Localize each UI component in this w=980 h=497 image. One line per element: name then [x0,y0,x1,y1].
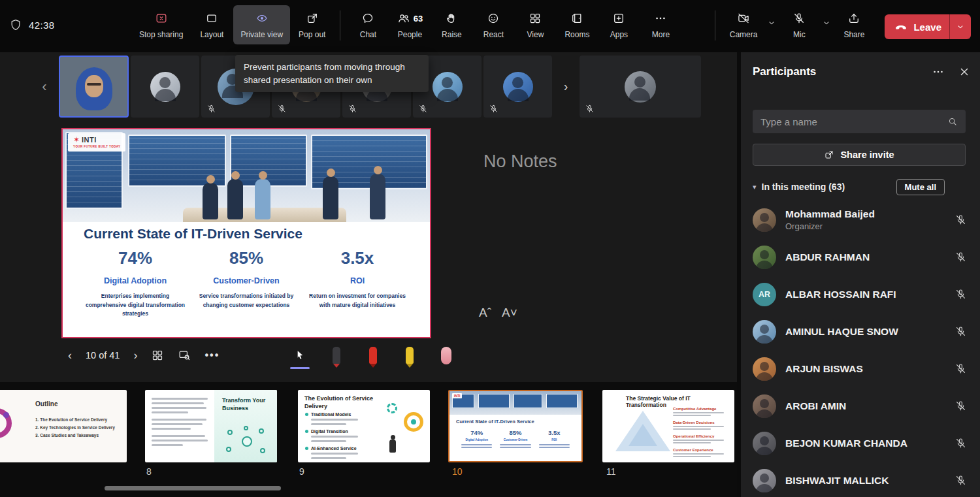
eraser-tool[interactable] [438,344,455,366]
leave-options-chevron[interactable] [950,14,971,39]
mic-off-icon[interactable] [955,362,967,375]
participant-name: BEJON KUMAR CHANDA [785,438,907,449]
camera-button[interactable]: Camera [723,5,765,44]
decor-network-diagram [226,427,268,456]
participant-row[interactable]: AR ALBAR HOSSAIN RAFI [741,276,980,313]
participant-row[interactable]: ABDUR RAHMAN [741,238,980,276]
red-pen-icon [369,347,377,364]
mic-off-icon[interactable] [955,214,967,226]
react-button[interactable]: React [473,5,514,44]
panel-close-button[interactable] [958,65,971,78]
share-invite-button[interactable]: Share invite [753,144,966,166]
slide-stats: 74% Digital Adoption Enterprises impleme… [63,248,430,319]
avatar [753,394,776,418]
participant-row[interactable]: AMINUL HAQUE SNOW [741,313,980,350]
magnify-slide-icon[interactable] [178,349,191,362]
camera-options-chevron[interactable] [766,5,777,42]
participant-row[interactable]: BISHWAJIT MALLICK [741,462,980,497]
decor [87,83,101,86]
participant-row[interactable]: BEJON KUMAR CHANDA [741,425,980,462]
mic-off-icon[interactable] [955,437,967,449]
participant-row[interactable]: Mohammad Baijed Organizer [741,201,980,238]
chat-button[interactable]: Chat [348,5,388,44]
mini-stat-value: 85% [496,429,534,436]
participant-row[interactable]: AROBI AMIN [741,387,980,425]
thumbnail-title: Current State of IT-Driven Service [456,419,534,425]
stat-desc: Return on investment for companies with … [302,292,413,310]
apps-button[interactable]: Apps [598,5,639,44]
slide-thumbnail-11[interactable]: The Strategic Value of IT Transformation… [602,390,734,462]
highlighter-tool[interactable] [401,344,418,366]
presenter-more-button[interactable]: ••• [204,349,220,361]
leave-button[interactable]: Leave [885,14,971,39]
video-tile[interactable] [483,56,552,118]
more-button[interactable]: More [640,5,681,44]
video-tile[interactable] [131,56,199,118]
toolbar-right-group: Camera Mic Share Leave [709,5,971,44]
decor-person [203,183,218,219]
layout-button[interactable]: Layout [191,5,232,44]
slide-thumbnail-7[interactable]: Outline 1. The Evolution of Service Deli… [0,390,127,462]
mute-all-button[interactable]: Mute all [896,179,945,195]
view-button[interactable]: View [515,5,555,44]
section-collapse-caret[interactable]: ▾ [753,183,757,191]
highlighter-icon [406,347,414,364]
participant-search[interactable] [753,110,966,133]
toolbar-divider [340,10,340,40]
decor-person [370,174,385,219]
raise-hand-button[interactable]: Raise [431,5,472,44]
mic-options-chevron[interactable] [821,5,832,42]
slide-thumbnail-10-selected[interactable]: INTI Current State of IT-Driven Service … [448,390,583,462]
pop-out-button[interactable]: Pop out [291,5,333,44]
cursor-icon [293,349,306,362]
mini-stat: 85% Customer-Driven [496,429,534,449]
mic-button[interactable]: Mic [779,5,819,44]
rooms-door-icon [570,12,583,25]
mic-off-icon[interactable] [955,325,967,338]
mic-off-icon[interactable] [955,288,967,300]
decor-dot [305,447,308,450]
share-button[interactable]: Share [834,5,874,44]
rooms-button[interactable]: Rooms [557,5,597,44]
mic-label: Mic [793,30,806,39]
mic-off-icon[interactable] [955,400,967,412]
search-input[interactable] [760,116,947,127]
previous-slide-button[interactable]: ‹ [68,349,72,362]
mini-stat-value: 74% [457,429,496,436]
video-strip-next-button[interactable]: › [557,56,574,118]
mic-off-icon [206,104,216,114]
stat-label: Digital Adoption [80,276,191,285]
thumbnail-number: 8 [146,466,152,477]
slide-thumbnail-9[interactable]: The Evolution of Service Delivery Tradit… [298,390,430,462]
mini-stat-label: Customer-Driven [496,438,534,441]
timeline-label: Digital Transition [311,429,358,434]
stop-sharing-button[interactable]: Stop sharing [132,5,190,44]
layout-icon [205,12,218,25]
video-tile-presenter[interactable] [59,56,129,118]
cursor-tool[interactable] [291,344,308,366]
slide-title: Current State of IT-Driven Service [84,226,302,242]
panel-header: Participants [753,65,971,78]
private-view-button[interactable]: Private view [233,5,290,44]
video-strip-prev-button[interactable]: ‹ [34,56,55,118]
teams-meeting-window: 42:38 Stop sharing Layout Private view P… [0,0,980,497]
video-tile[interactable] [580,56,701,118]
next-slide-button[interactable]: › [133,349,137,362]
laser-pointer-tool[interactable] [328,344,345,366]
stop-sharing-icon [155,12,168,25]
red-pen-tool[interactable] [365,344,382,366]
inti-logo-text: INTI [82,136,97,144]
people-button[interactable]: 63 People [389,5,430,44]
notes-font-increase-button[interactable]: Aˆ [479,306,491,320]
panel-more-button[interactable] [932,65,945,78]
mic-off-icon[interactable] [955,474,967,487]
value-item: Operational Efficiency [673,434,729,443]
inti-logo: ✶ INTI YOUR FUTURE BUILT TODAY [68,133,125,152]
mic-off-icon[interactable] [955,251,967,263]
notes-font-decrease-button[interactable]: A˅ [502,306,517,320]
avatar [753,469,776,492]
view-label: View [527,30,544,39]
filmstrip-scrollbar[interactable] [105,486,281,490]
participant-row[interactable]: ARJUN BISWAS [741,350,980,387]
slide-grid-icon[interactable] [151,349,164,362]
